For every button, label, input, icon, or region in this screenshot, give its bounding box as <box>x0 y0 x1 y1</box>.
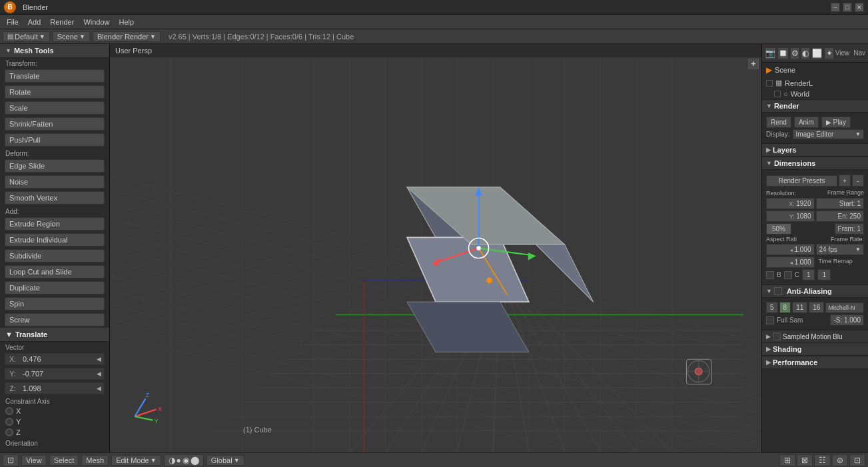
sampled-motion-section[interactable]: ▶ Sampled Motion Blu <box>762 330 868 342</box>
statusbar-icon4[interactable]: ⊜ <box>832 454 848 466</box>
menu-help[interactable]: Help <box>115 17 139 27</box>
select-menu[interactable]: Select <box>49 455 79 466</box>
vector-x-value[interactable]: 0.476 <box>20 354 94 364</box>
spin-button[interactable]: Spin <box>5 297 105 310</box>
scene-widget[interactable]: Scene ▼ <box>53 31 90 42</box>
extrude-region-button[interactable]: Extrude Region <box>5 217 105 231</box>
aa-5-button[interactable]: 5 <box>766 302 778 313</box>
res-y-field[interactable]: Y: 1080 <box>766 211 815 222</box>
svg-point-60 <box>476 246 480 250</box>
tree-item-renderl[interactable]: ▦ RenderL <box>762 77 868 89</box>
screw-button[interactable]: Screw <box>5 313 105 326</box>
scale-button[interactable]: Scale <box>5 101 105 115</box>
sampled-checkbox[interactable] <box>773 332 781 340</box>
remap-1b-field[interactable]: 1 <box>817 269 831 280</box>
c-checkbox[interactable] <box>784 271 792 279</box>
vector-y-arrow-icon[interactable]: ◀ <box>94 369 104 378</box>
start-frame-field[interactable]: Start: 1 <box>816 198 865 209</box>
vector-y-value[interactable]: -0.707 <box>20 368 94 379</box>
extrude-individual-button[interactable]: Extrude Individual <box>5 233 105 246</box>
curr-frame-field[interactable]: Fram: 1 <box>835 223 864 234</box>
aa-11-button[interactable]: 11 <box>792 302 807 313</box>
rend-button[interactable]: Rend <box>766 117 791 128</box>
statusbar-icon3[interactable]: ☷ <box>814 454 831 466</box>
menu-add[interactable]: Add <box>24 17 45 27</box>
vector-z-value[interactable]: 1.098 <box>20 383 94 394</box>
rph-part-icon[interactable]: ✦ <box>824 47 833 59</box>
aa-section-title[interactable]: ▼ Anti-Aliasing <box>762 284 868 298</box>
rph-scene-icon[interactable]: 🔲 <box>777 47 789 59</box>
editor-type-widget[interactable]: ⊡ <box>3 454 19 466</box>
statusbar-icon2[interactable]: ⊠ <box>797 454 813 466</box>
edge-slide-button[interactable]: Edge Slide <box>5 159 105 173</box>
translate-button[interactable]: Translate <box>5 69 105 83</box>
viewport-canvas[interactable]: X Z Y <box>110 44 761 452</box>
constraint-y-radio[interactable] <box>5 418 13 426</box>
constraint-x-radio[interactable] <box>5 407 13 415</box>
fps-select[interactable]: 24 fps ▼ <box>816 244 865 255</box>
res-x-field[interactable]: X: 1920 <box>766 198 815 209</box>
mesh-menu[interactable]: Mesh <box>81 455 109 466</box>
aa-checkbox[interactable] <box>774 287 782 295</box>
edit-mode-widget[interactable]: Edit Mode ▼ <box>111 455 161 466</box>
rph-camera-icon[interactable]: 📷 <box>765 47 776 59</box>
loop-cut-slide-button[interactable]: Loop Cut and Slide <box>5 265 105 278</box>
full-sam-field[interactable]: -S: 1.000 <box>830 314 864 326</box>
fps-chevron-icon: ▼ <box>855 246 861 252</box>
duplicate-button[interactable]: Duplicate <box>5 281 105 294</box>
view-menu[interactable]: View <box>21 455 47 466</box>
aspect-x-field[interactable]: ◂ 1.000 <box>766 244 815 255</box>
b-checkbox[interactable] <box>766 271 774 279</box>
display-select[interactable]: Image Editor ▼ <box>793 129 864 139</box>
global-widget[interactable]: Global ▼ <box>207 455 244 466</box>
push-pull-button[interactable]: Push/Pull <box>5 133 105 147</box>
render-section-title[interactable]: ▼ Render <box>762 99 868 113</box>
aa-8-button[interactable]: 8 <box>779 302 791 313</box>
smooth-vertex-button[interactable]: Smooth Vertex <box>5 191 105 205</box>
performance-section-title[interactable]: ▶ Performance <box>762 356 868 369</box>
constraint-z-radio[interactable] <box>5 428 13 436</box>
resolution-pct-field[interactable]: 50% <box>766 223 791 234</box>
view-mode-widget[interactable]: ▤ Default ▼ <box>3 31 50 42</box>
tree-item-world[interactable]: ○ World <box>762 89 868 99</box>
vector-z-arrow-icon[interactable]: ◀ <box>94 384 104 393</box>
shrink-fatten-button[interactable]: Shrink/Fatten <box>5 117 105 131</box>
minimize-button[interactable]: – <box>831 3 840 12</box>
close-button[interactable]: ✕ <box>855 3 864 12</box>
aspect-y-field[interactable]: ◂ 1.000 <box>766 256 815 268</box>
render-engine-widget[interactable]: Blender Render ▼ <box>93 31 161 42</box>
rph-world-icon[interactable]: ⚙ <box>790 47 799 59</box>
render-presets-button[interactable]: Render Presets <box>766 175 837 187</box>
world-checkbox[interactable] <box>774 91 781 97</box>
rph-tex-icon[interactable]: ⬜ <box>811 47 823 59</box>
subdivide-button[interactable]: Subdivide <box>5 249 105 262</box>
viewport[interactable]: User Persp <box>110 44 761 452</box>
maximize-button[interactable]: □ <box>843 3 852 12</box>
noise-button[interactable]: Noise <box>5 175 105 189</box>
menu-render[interactable]: Render <box>46 17 78 27</box>
rph-mat-icon[interactable]: ◐ <box>801 47 810 59</box>
aa-16-button[interactable]: 16 <box>809 302 824 313</box>
statusbar-icon5[interactable]: ⊡ <box>849 454 865 466</box>
vector-x-arrow-icon[interactable]: ◀ <box>94 354 104 364</box>
presets-add-icon[interactable]: + <box>839 175 851 187</box>
shading-section-title[interactable]: ▶ Shading <box>762 342 868 356</box>
rotate-button[interactable]: Rotate <box>5 85 105 99</box>
world-label: World <box>791 90 810 98</box>
statusbar-icon1[interactable]: ⊞ <box>779 454 795 466</box>
layers-section-title[interactable]: ▶ Layers <box>762 143 868 157</box>
renderl-checkbox[interactable] <box>766 80 773 87</box>
viewport-shading-widget[interactable]: ◑ ● ◉ ⬤ <box>164 454 204 466</box>
full-sam-checkbox[interactable] <box>766 316 774 324</box>
end-frame-field[interactable]: En: 250 <box>816 211 865 222</box>
play-button[interactable]: ▶ Play <box>821 117 851 128</box>
anim-button[interactable]: Anim <box>794 117 819 128</box>
remap-1a-field[interactable]: 1 <box>802 269 815 280</box>
aa-filter-select[interactable]: Mitchell-N <box>825 302 864 313</box>
presets-remove-icon[interactable]: - <box>852 175 864 187</box>
menu-file[interactable]: File <box>3 17 23 27</box>
dimensions-section-title[interactable]: ▼ Dimensions <box>762 157 868 170</box>
viewport-add-button[interactable]: + <box>748 59 759 69</box>
menu-window[interactable]: Window <box>79 17 113 27</box>
right-panel-header: 📷 🔲 ⚙ ◐ ⬜ ✦ View Nav <box>762 44 868 63</box>
